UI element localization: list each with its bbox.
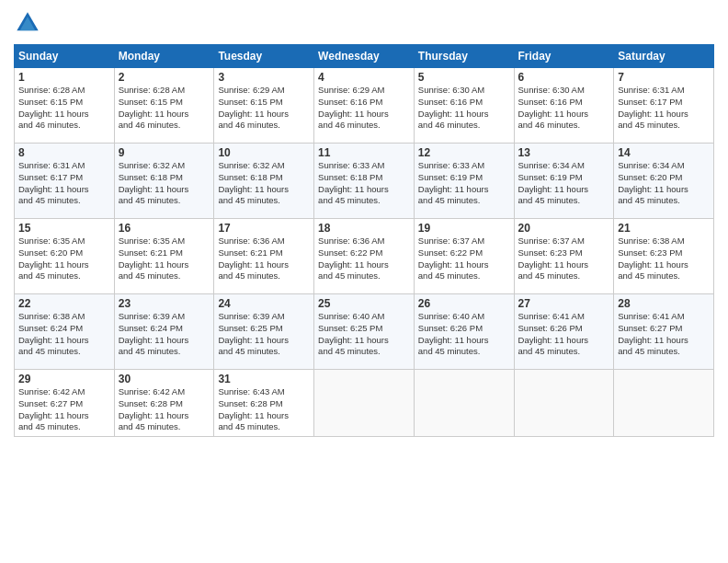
logo (14, 9, 45, 37)
calendar-cell: 3Sunrise: 6:29 AMSunset: 6:15 PMDaylight… (214, 68, 314, 144)
calendar-week-row: 1Sunrise: 6:28 AMSunset: 6:15 PMDaylight… (15, 68, 714, 144)
day-info: Sunrise: 6:33 AMSunset: 6:19 PMDaylight:… (418, 160, 510, 207)
day-number: 27 (518, 297, 610, 310)
day-info: Sunrise: 6:39 AMSunset: 6:24 PMDaylight:… (119, 311, 210, 358)
calendar-week-row: 15Sunrise: 6:35 AMSunset: 6:20 PMDayligh… (15, 219, 714, 294)
day-number: 31 (218, 373, 310, 385)
day-number: 20 (518, 222, 610, 235)
calendar-cell: 26Sunrise: 6:40 AMSunset: 6:26 PMDayligh… (414, 294, 514, 370)
day-number: 25 (318, 297, 410, 310)
logo-icon (14, 9, 41, 37)
calendar-cell: 11Sunrise: 6:33 AMSunset: 6:18 PMDayligh… (314, 144, 415, 219)
day-number: 17 (218, 222, 310, 235)
calendar-header-row: SundayMondayTuesdayWednesdayThursdayFrid… (15, 45, 714, 68)
calendar-cell: 31Sunrise: 6:43 AMSunset: 6:28 PMDayligh… (214, 370, 314, 437)
calendar-cell: 14Sunrise: 6:34 AMSunset: 6:20 PMDayligh… (614, 144, 714, 219)
calendar-cell: 17Sunrise: 6:36 AMSunset: 6:21 PMDayligh… (214, 219, 314, 294)
calendar-cell: 4Sunrise: 6:29 AMSunset: 6:16 PMDaylight… (314, 68, 415, 144)
calendar-week-row: 22Sunrise: 6:38 AMSunset: 6:24 PMDayligh… (15, 294, 714, 370)
day-info: Sunrise: 6:39 AMSunset: 6:25 PMDaylight:… (218, 311, 310, 358)
day-number: 13 (518, 146, 610, 159)
day-number: 15 (18, 222, 110, 235)
calendar-cell: 9Sunrise: 6:32 AMSunset: 6:18 PMDaylight… (114, 144, 214, 219)
calendar-week-row: 29Sunrise: 6:42 AMSunset: 6:27 PMDayligh… (15, 370, 714, 437)
day-number: 5 (418, 71, 510, 84)
day-info: Sunrise: 6:35 AMSunset: 6:20 PMDaylight:… (18, 236, 110, 282)
day-number: 23 (119, 297, 210, 310)
day-info: Sunrise: 6:41 AMSunset: 6:27 PMDaylight:… (618, 311, 710, 358)
day-info: Sunrise: 6:40 AMSunset: 6:25 PMDaylight:… (318, 311, 410, 358)
day-info: Sunrise: 6:36 AMSunset: 6:22 PMDaylight:… (318, 236, 410, 282)
day-info: Sunrise: 6:32 AMSunset: 6:18 PMDaylight:… (218, 160, 310, 207)
calendar-week-row: 8Sunrise: 6:31 AMSunset: 6:17 PMDaylight… (15, 144, 714, 219)
day-info: Sunrise: 6:40 AMSunset: 6:26 PMDaylight:… (418, 311, 510, 358)
day-number: 19 (418, 222, 510, 235)
calendar-cell (414, 370, 514, 437)
calendar-cell: 30Sunrise: 6:42 AMSunset: 6:28 PMDayligh… (114, 370, 214, 437)
day-info: Sunrise: 6:35 AMSunset: 6:21 PMDaylight:… (119, 236, 210, 282)
day-number: 1 (18, 71, 110, 84)
page: SundayMondayTuesdayWednesdayThursdayFrid… (0, 0, 728, 563)
day-info: Sunrise: 6:42 AMSunset: 6:27 PMDaylight:… (18, 386, 110, 433)
day-number: 28 (618, 297, 710, 310)
col-header-friday: Friday (514, 45, 614, 68)
day-info: Sunrise: 6:30 AMSunset: 6:16 PMDaylight:… (518, 85, 610, 132)
calendar-cell: 18Sunrise: 6:36 AMSunset: 6:22 PMDayligh… (314, 219, 415, 294)
calendar-cell (614, 370, 714, 437)
day-info: Sunrise: 6:34 AMSunset: 6:19 PMDaylight:… (518, 160, 610, 207)
day-info: Sunrise: 6:43 AMSunset: 6:28 PMDaylight:… (218, 386, 310, 433)
day-number: 26 (418, 297, 510, 310)
day-info: Sunrise: 6:30 AMSunset: 6:16 PMDaylight:… (418, 85, 510, 132)
calendar-cell: 22Sunrise: 6:38 AMSunset: 6:24 PMDayligh… (15, 294, 115, 370)
day-number: 6 (518, 71, 610, 84)
day-number: 7 (618, 71, 710, 84)
day-info: Sunrise: 6:41 AMSunset: 6:26 PMDaylight:… (518, 311, 610, 358)
calendar-cell: 23Sunrise: 6:39 AMSunset: 6:24 PMDayligh… (114, 294, 214, 370)
col-header-saturday: Saturday (614, 45, 714, 68)
day-info: Sunrise: 6:34 AMSunset: 6:20 PMDaylight:… (618, 160, 710, 207)
calendar-cell: 12Sunrise: 6:33 AMSunset: 6:19 PMDayligh… (414, 144, 514, 219)
day-number: 21 (618, 222, 710, 235)
day-info: Sunrise: 6:33 AMSunset: 6:18 PMDaylight:… (318, 160, 410, 207)
day-number: 11 (318, 146, 410, 159)
calendar-cell: 5Sunrise: 6:30 AMSunset: 6:16 PMDaylight… (414, 68, 514, 144)
col-header-wednesday: Wednesday (314, 45, 415, 68)
day-info: Sunrise: 6:28 AMSunset: 6:15 PMDaylight:… (18, 85, 110, 132)
day-info: Sunrise: 6:37 AMSunset: 6:22 PMDaylight:… (418, 236, 510, 282)
day-info: Sunrise: 6:38 AMSunset: 6:24 PMDaylight:… (18, 311, 110, 358)
calendar-cell: 15Sunrise: 6:35 AMSunset: 6:20 PMDayligh… (15, 219, 115, 294)
col-header-tuesday: Tuesday (214, 45, 314, 68)
calendar-cell: 28Sunrise: 6:41 AMSunset: 6:27 PMDayligh… (614, 294, 714, 370)
col-header-monday: Monday (114, 45, 214, 68)
calendar-cell: 6Sunrise: 6:30 AMSunset: 6:16 PMDaylight… (514, 68, 614, 144)
day-info: Sunrise: 6:28 AMSunset: 6:15 PMDaylight:… (119, 85, 210, 132)
day-number: 16 (119, 222, 210, 235)
day-number: 30 (119, 373, 210, 385)
day-info: Sunrise: 6:31 AMSunset: 6:17 PMDaylight:… (18, 160, 110, 207)
day-info: Sunrise: 6:29 AMSunset: 6:16 PMDaylight:… (318, 85, 410, 132)
calendar-cell: 20Sunrise: 6:37 AMSunset: 6:23 PMDayligh… (514, 219, 614, 294)
calendar-cell: 10Sunrise: 6:32 AMSunset: 6:18 PMDayligh… (214, 144, 314, 219)
day-info: Sunrise: 6:31 AMSunset: 6:17 PMDaylight:… (618, 85, 710, 132)
day-info: Sunrise: 6:32 AMSunset: 6:18 PMDaylight:… (119, 160, 210, 207)
calendar-cell: 24Sunrise: 6:39 AMSunset: 6:25 PMDayligh… (214, 294, 314, 370)
day-number: 12 (418, 146, 510, 159)
col-header-thursday: Thursday (414, 45, 514, 68)
calendar-cell: 29Sunrise: 6:42 AMSunset: 6:27 PMDayligh… (15, 370, 115, 437)
day-number: 9 (119, 146, 210, 159)
calendar-cell: 7Sunrise: 6:31 AMSunset: 6:17 PMDaylight… (614, 68, 714, 144)
header (14, 9, 714, 37)
day-number: 3 (218, 71, 310, 84)
calendar-cell: 1Sunrise: 6:28 AMSunset: 6:15 PMDaylight… (15, 68, 115, 144)
calendar-cell: 8Sunrise: 6:31 AMSunset: 6:17 PMDaylight… (15, 144, 115, 219)
day-number: 2 (119, 71, 210, 84)
day-info: Sunrise: 6:42 AMSunset: 6:28 PMDaylight:… (119, 386, 210, 433)
day-info: Sunrise: 6:29 AMSunset: 6:15 PMDaylight:… (218, 85, 310, 132)
day-number: 4 (318, 71, 410, 84)
calendar-cell: 21Sunrise: 6:38 AMSunset: 6:23 PMDayligh… (614, 219, 714, 294)
calendar-cell: 16Sunrise: 6:35 AMSunset: 6:21 PMDayligh… (114, 219, 214, 294)
day-info: Sunrise: 6:36 AMSunset: 6:21 PMDaylight:… (218, 236, 310, 282)
calendar-cell: 19Sunrise: 6:37 AMSunset: 6:22 PMDayligh… (414, 219, 514, 294)
calendar-cell: 2Sunrise: 6:28 AMSunset: 6:15 PMDaylight… (114, 68, 214, 144)
calendar-cell: 27Sunrise: 6:41 AMSunset: 6:26 PMDayligh… (514, 294, 614, 370)
